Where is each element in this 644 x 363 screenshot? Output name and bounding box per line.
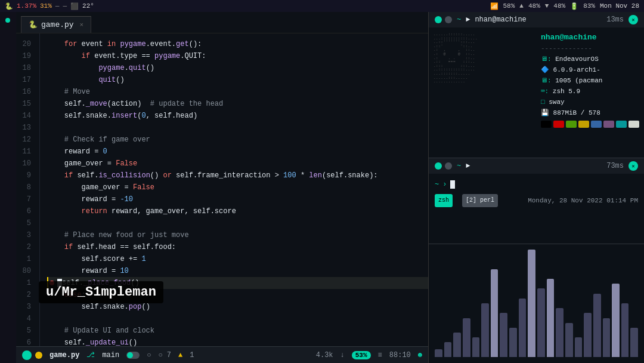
- tab-close-button[interactable]: ×: [80, 21, 84, 29]
- activity-dot: [5, 18, 10, 23]
- branch-name: main: [102, 351, 119, 359]
- datetime: Mon Nov 28: [600, 2, 639, 10]
- zsh-tab-perl[interactable]: [2] perl: [462, 194, 498, 207]
- code-line: # Check if game over: [47, 134, 428, 146]
- right-panel: ~ ► nhan@machine 13ms ✕ ......::::::....…: [429, 12, 644, 363]
- color-block-5: [603, 121, 614, 128]
- term-controls: [435, 16, 452, 23]
- term-neofetch-header: ~ ► nhan@machine 13ms ✕: [429, 12, 644, 27]
- term-zsh-header: ~ ► 73ms ✕: [429, 158, 644, 174]
- code-line: pygame.quit(): [47, 62, 428, 74]
- nf-os-label: 🖥:: [541, 56, 555, 63]
- term-zsh-controls: [435, 162, 452, 170]
- warning-icon: ▲: [178, 351, 182, 359]
- term-zsh-btn-2[interactable]: [445, 162, 452, 170]
- branch-toggle[interactable]: [126, 352, 140, 359]
- arrow-prompt2: ►: [466, 162, 470, 170]
- nf-mem-label: 💾: [541, 109, 553, 116]
- nf-mem-val: 887MiB / 578: [553, 109, 600, 116]
- main-layout: 🐍 game.py × 20 19 18 17 16 15 14 13 12 1…: [0, 12, 644, 363]
- arrow-prompt: ►: [466, 16, 470, 24]
- lines-icon: ≡: [378, 351, 382, 359]
- chart-bar: [575, 337, 583, 357]
- code-line: self.score += 1: [47, 253, 428, 265]
- term-host: nhan@machine: [475, 16, 602, 24]
- code-line: reward = -10: [47, 193, 428, 205]
- term-btn-2[interactable]: [445, 16, 452, 23]
- code-line: reward = 0: [47, 146, 428, 158]
- chart-bar: [537, 288, 545, 357]
- chart-bar: [565, 323, 573, 357]
- code-line: # Update UI and clock: [47, 325, 428, 337]
- code-line: [47, 122, 428, 134]
- code-line: self._move(action) # update the head: [47, 98, 428, 110]
- left-strip: [0, 12, 16, 363]
- term-zsh-btn-1[interactable]: [435, 162, 442, 170]
- zsh-tab-zsh[interactable]: zsh: [435, 194, 453, 207]
- term-zsh-body: ~ › zsh [2] perl Monday, 28 Nov 2022 01:…: [429, 174, 644, 244]
- code-line: if self.head == self.food:: [47, 241, 428, 253]
- term-neofetch-body: ......::::::..... ...:::::::::::.... ..:…: [429, 27, 644, 158]
- nf-cpu-label: 🖥:: [541, 77, 555, 84]
- chart-bar: [463, 318, 470, 357]
- term-zsh-x-button[interactable]: ✕: [628, 161, 638, 171]
- color-block-2: [566, 121, 577, 128]
- wifi-icon: 📶: [490, 2, 499, 10]
- username-overlay: u/Mr_S1mpleman: [39, 281, 163, 303]
- chart-bar: [621, 303, 629, 357]
- nf-color-blocks: [541, 121, 639, 128]
- file-size: 4.3k: [316, 351, 333, 359]
- language-badge: 53%: [352, 351, 371, 359]
- zsh-datetime: Monday, 28 Nov 2022 01:14 PM: [528, 195, 638, 207]
- status-circle-yellow: [35, 352, 42, 359]
- upload-percent: 48%: [528, 2, 540, 10]
- download-icon: ↓: [340, 351, 345, 359]
- code-line: game_over = False: [47, 182, 428, 193]
- terminal-neofetch: ~ ► nhan@machine 13ms ✕ ......::::::....…: [429, 12, 644, 158]
- line-numbers: 20 19 18 17 16 15 14 13 12 11 10 9 8 7 6…: [16, 33, 40, 346]
- zsh-arrow: ›: [442, 179, 447, 190]
- color-block-0: [541, 121, 552, 128]
- nf-separator: -------------: [541, 45, 592, 52]
- battery-level: 83%: [583, 2, 595, 10]
- status-right: 4.3k ↓ 53% ≡ 88:10 ☻: [316, 351, 422, 359]
- tilde-prompt2: ~: [457, 162, 461, 170]
- code-line: reward = 10: [47, 265, 428, 277]
- code-line: return reward, game_over, self.score: [47, 205, 428, 217]
- toggle-switch[interactable]: [126, 352, 140, 359]
- chart-bar: [630, 328, 638, 357]
- python-icon: 🐍: [29, 20, 38, 29]
- color-block-4: [591, 121, 602, 128]
- zsh-tabs-line: zsh [2] perl Monday, 28 Nov 2022 01:14 P…: [435, 194, 638, 207]
- dash1: —: [55, 2, 60, 10]
- term-x-button[interactable]: ✕: [628, 15, 638, 24]
- status-filename: game.py: [49, 351, 79, 359]
- editor-tab-game-py[interactable]: 🐍 game.py ×: [21, 16, 91, 33]
- nf-shell-label: ⌨:: [541, 88, 553, 95]
- chart-bar: [472, 337, 480, 357]
- term-zsh-time: 73ms: [606, 162, 624, 170]
- code-line: self._update_ui(): [47, 337, 428, 346]
- editor-tab-bar: 🐍 game.py ×: [16, 12, 428, 33]
- code-line: # Move: [47, 86, 428, 98]
- status-circle-teal: [22, 350, 32, 360]
- branch-icon: ⎇: [86, 350, 95, 359]
- chart-bar: [481, 303, 489, 357]
- code-line: game_over = False: [47, 158, 428, 170]
- chart-bar: [509, 328, 517, 357]
- status-icons-count: ○ 7: [158, 351, 171, 359]
- nf-kernel-val: 6.0.9-arch1-: [553, 66, 600, 73]
- chart-bar: [453, 333, 461, 357]
- nf-cpu-val: 1005 (pacman: [555, 77, 602, 84]
- emoji-status: ☻: [418, 351, 422, 359]
- chart-bar: [491, 269, 499, 357]
- chart-bar: [444, 342, 452, 357]
- tab-filename: game.py: [41, 20, 74, 29]
- term-btn-1[interactable]: [435, 16, 442, 23]
- system-bar: 🐍 1.37% 31% — — ⬛ 22° 📶 58% ▲ 48% ▼ 48% …: [0, 0, 644, 12]
- chart-area: [429, 244, 644, 363]
- nf-username: nhan@machine: [541, 33, 597, 42]
- chart-bar: [528, 250, 535, 357]
- status-left-icons: [22, 350, 42, 360]
- tilde-prompt: ~: [457, 16, 461, 24]
